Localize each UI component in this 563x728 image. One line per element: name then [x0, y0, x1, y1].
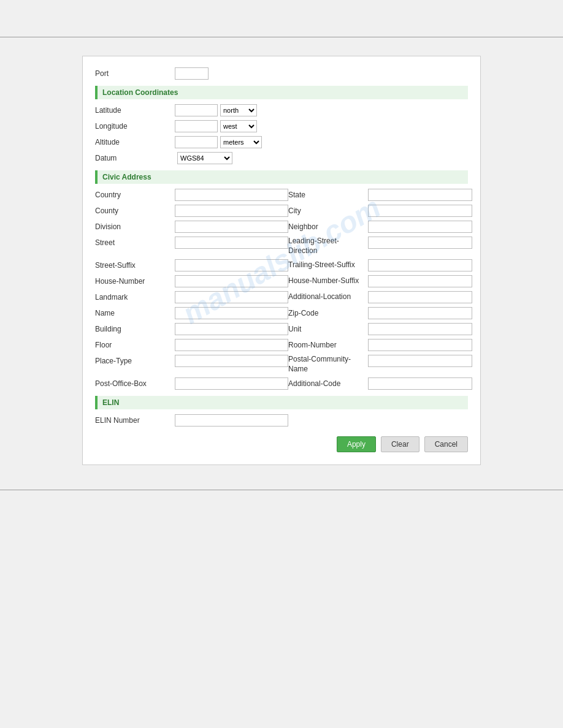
street-suffix-label: Street-Suffix	[95, 261, 175, 270]
civic-address-header: Civic Address	[95, 170, 468, 184]
datum-label: Datum	[95, 154, 175, 162]
zip-code-input[interactable]	[368, 307, 472, 319]
state-label: State	[288, 191, 368, 199]
street-suffix-input[interactable]	[175, 259, 288, 271]
country-input[interactable]	[175, 189, 288, 201]
elin-number-input[interactable]	[175, 414, 288, 427]
neighbor-input[interactable]	[368, 221, 472, 233]
house-number-suffix-input[interactable]	[368, 275, 472, 287]
landmark-label: Landmark	[95, 293, 175, 301]
city-input[interactable]	[368, 205, 472, 217]
longitude-input[interactable]	[175, 120, 218, 132]
street-input[interactable]	[175, 237, 288, 249]
place-type-input[interactable]	[175, 355, 288, 367]
county-input[interactable]	[175, 205, 288, 217]
building-input[interactable]	[175, 323, 288, 335]
additional-code-input[interactable]	[368, 377, 472, 390]
room-number-label: Room-Number	[288, 341, 368, 349]
port-label: Port	[95, 69, 175, 78]
additional-code-label: Additional-Code	[288, 379, 368, 388]
latitude-label: Latitude	[95, 106, 175, 115]
landmark-input[interactable]	[175, 291, 288, 303]
division-label: Division	[95, 222, 175, 231]
house-number-input[interactable]	[175, 275, 288, 287]
room-number-input[interactable]	[368, 339, 472, 351]
unit-label: Unit	[288, 325, 368, 333]
port-input[interactable]	[175, 67, 209, 80]
state-input[interactable]	[368, 189, 472, 201]
house-number-label: House-Number	[95, 277, 175, 286]
elin-header: ELIN	[95, 396, 468, 409]
building-label: Building	[95, 325, 175, 333]
datum-select[interactable]: WGS84 NAD83 NAD83-MLLW	[177, 152, 232, 164]
place-type-label: Place-Type	[95, 357, 175, 365]
post-office-box-input[interactable]	[175, 377, 288, 390]
altitude-label: Altitude	[95, 138, 175, 146]
country-label: Country	[95, 191, 175, 199]
city-label: City	[288, 207, 368, 215]
additional-location-label: Additional-Location	[288, 292, 368, 302]
street-label: Street	[95, 238, 175, 247]
unit-input[interactable]	[368, 323, 472, 335]
post-office-box-label: Post-Office-Box	[95, 379, 175, 388]
leading-street-direction-input[interactable]	[368, 237, 472, 249]
clear-button[interactable]: Clear	[381, 436, 419, 452]
floor-input[interactable]	[175, 339, 288, 351]
longitude-direction-select[interactable]: west east	[220, 120, 257, 132]
zip-code-label: Zip-Code	[288, 309, 368, 317]
postal-community-name-label: Postal-Community-Name	[288, 355, 368, 374]
postal-community-name-input[interactable]	[368, 355, 472, 367]
additional-location-input[interactable]	[368, 291, 472, 303]
neighbor-label: Neighbor	[288, 222, 368, 231]
altitude-input[interactable]	[175, 136, 218, 148]
leading-street-direction-label: Leading-Street-Direction	[288, 237, 368, 256]
cancel-button[interactable]: Cancel	[424, 436, 468, 452]
division-input[interactable]	[175, 221, 288, 233]
floor-label: Floor	[95, 341, 175, 349]
location-coordinates-header: Location Coordinates	[95, 86, 468, 99]
name-input[interactable]	[175, 307, 288, 319]
longitude-label: Longitude	[95, 122, 175, 131]
trailing-street-suffix-label: Trailing-Street-Suffix	[288, 260, 368, 270]
latitude-input[interactable]	[175, 104, 218, 116]
altitude-unit-select[interactable]: meters feet	[220, 136, 262, 148]
house-number-suffix-label: House-Number-Suffix	[288, 276, 368, 286]
name-label: Name	[95, 309, 175, 317]
elin-number-label: ELIN Number	[95, 416, 175, 425]
county-label: County	[95, 207, 175, 215]
latitude-direction-select[interactable]: north south	[220, 104, 257, 116]
apply-button[interactable]: Apply	[337, 436, 376, 452]
trailing-street-suffix-input[interactable]	[368, 259, 472, 271]
